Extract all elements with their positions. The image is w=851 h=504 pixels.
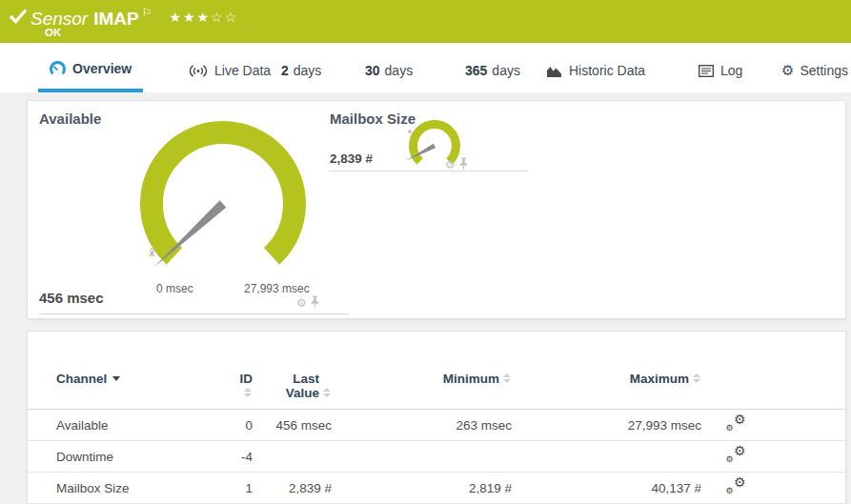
average-marker — [409, 131, 412, 133]
channel-name: Mailbox Size — [28, 481, 228, 495]
gauge-min-label: 0 msec — [156, 282, 193, 295]
channel-id: -4 — [228, 450, 253, 464]
gauge-icon — [50, 61, 66, 77]
channel-name: Downtime — [28, 450, 228, 464]
tab-overview[interactable]: Overview — [38, 43, 143, 92]
sort-icon — [323, 388, 332, 398]
divider — [330, 171, 528, 171]
average-marker: x̄ — [149, 247, 155, 259]
tab-log[interactable]: Log — [687, 43, 754, 92]
status-check-icon — [9, 8, 28, 29]
tab-live-data[interactable]: Live Data — [177, 43, 282, 92]
flag-icon[interactable]: ⚐ — [142, 6, 152, 19]
tab-historic-data[interactable]: Historic Data — [535, 43, 657, 92]
sort-icon — [244, 388, 253, 398]
channel-last-value: 456 msec — [253, 418, 332, 433]
gauge-settings-gear-icon[interactable]: ⚙ — [296, 297, 307, 309]
tab-overview-label: Overview — [72, 61, 132, 76]
sort-icon — [693, 373, 701, 384]
gauge-pin-icon[interactable] — [310, 294, 320, 312]
channel-maximum: 27,993 msec — [512, 418, 701, 433]
column-header-minimum[interactable]: Minimum — [332, 372, 512, 386]
overview-content: Available x̄ 0 msec 27,993 msec 456 msec… — [0, 92, 851, 504]
log-list-icon — [699, 65, 714, 77]
area-chart-icon — [546, 65, 562, 77]
gauge-max-label: 27,993 msec — [244, 282, 310, 295]
divider — [39, 313, 350, 314]
tab-365-days[interactable]: 365 days — [454, 43, 532, 92]
channel-settings-icon[interactable]: ⚙⚙ — [726, 478, 746, 494]
column-header-id[interactable]: ID — [228, 372, 253, 400]
channel-id: 1 — [228, 481, 253, 495]
gear-icon: ⚙ — [781, 64, 794, 78]
status-badge: OK — [45, 27, 61, 38]
tab-30-days[interactable]: 30 days — [354, 43, 424, 92]
table-row-available: Available 0 456 msec 263 msec 27,993 mse… — [28, 410, 845, 441]
channel-maximum: 40,137 # — [512, 481, 701, 495]
gauges-panel: Available x̄ 0 msec 27,993 msec 456 msec… — [27, 100, 846, 319]
tab-2-days[interactable]: 2 days — [270, 43, 333, 92]
sensor-name: IMAP — [93, 9, 139, 29]
channels-panel: Channel ID Last Value Minimum Maximum Av… — [27, 331, 846, 504]
available-gauge — [132, 102, 318, 275]
gauge-mailbox-value: 2,839 # — [330, 151, 373, 166]
sort-icon — [503, 373, 512, 384]
channel-table-header: Channel ID Last Value Minimum Maximum — [28, 372, 845, 410]
tab-log-label: Log — [720, 63, 742, 78]
sort-desc-icon — [112, 376, 120, 381]
sensor-header: SensorIMAP⚐★★★☆☆ OK — [0, 0, 851, 43]
tab-live-data-label: Live Data — [214, 63, 271, 78]
column-header-channel[interactable]: Channel — [28, 372, 228, 386]
gauge-available-value: 456 msec — [39, 290, 104, 306]
channel-id: 0 — [228, 418, 253, 433]
channel-minimum: 2,819 # — [332, 481, 512, 495]
channel-settings-icon[interactable]: ⚙⚙ — [726, 447, 746, 463]
tab-settings-label: Settings — [800, 63, 848, 78]
channel-minimum: 263 msec — [332, 418, 512, 433]
gauge-available-title: Available — [39, 111, 101, 127]
sensor-type-label: Sensor — [30, 9, 88, 29]
live-data-icon — [189, 64, 208, 78]
priority-stars[interactable]: ★★★☆☆ — [169, 10, 238, 25]
gauge-settings-gear-icon[interactable]: ⚙ — [445, 159, 456, 171]
table-row-downtime: Downtime -4 ⚙⚙ — [28, 441, 845, 473]
column-header-maximum[interactable]: Maximum — [512, 372, 701, 386]
tab-historic-data-label: Historic Data — [569, 63, 645, 78]
channel-name: Available — [28, 418, 228, 433]
table-row-mailbox-size: Mailbox Size 1 2,839 # 2,819 # 40,137 # … — [28, 473, 845, 504]
tab-settings[interactable]: ⚙ Settings — [770, 43, 851, 92]
column-header-last-value[interactable]: Last Value — [253, 372, 332, 400]
tab-bar: Overview Live Data 2 days 30 days 365 da… — [0, 43, 851, 92]
channel-last-value: 2,839 # — [253, 481, 332, 495]
channel-settings-icon[interactable]: ⚙⚙ — [726, 415, 746, 432]
